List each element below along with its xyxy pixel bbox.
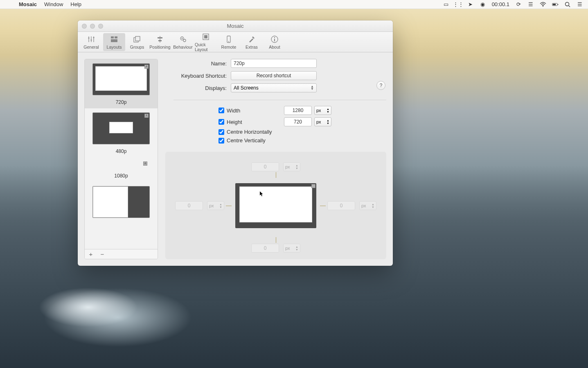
chevron-updown-icon: ▲▼ [311,85,314,90]
centre-h-checkbox-input[interactable] [219,129,224,135]
centre-h-label: Centre Horizontally [227,129,272,135]
preview-screen[interactable] [235,183,316,228]
layout-item-4[interactable] [85,182,158,225]
titlebar[interactable]: Mosaic [78,20,393,32]
add-button[interactable]: + [87,251,95,258]
layout-item-label: 480p [88,148,154,154]
toolbar-quicklayout[interactable]: Quick Layout [195,31,217,54]
toolbar-extras[interactable]: Extras [241,33,263,51]
chevron-updown-icon: ▲▼ [327,108,329,113]
remove-button[interactable]: − [99,251,106,258]
svg-point-0 [543,6,543,7]
grid-icon [110,35,119,44]
svg-rect-12 [111,36,114,38]
centre-h-checkbox[interactable]: Centre Horizontally [219,129,284,135]
margin-top-group: px ▲▼ [251,162,300,171]
layout-item-label: 1080p [88,173,154,179]
dropbox-icon[interactable]: ⋮⋮ [455,1,462,8]
margin-left-unit[interactable]: px ▲▼ [207,201,224,210]
margin-right-field[interactable] [327,201,355,210]
record-icon[interactable]: ◉ [480,1,486,8]
height-unit-select[interactable]: px ▲▼ [314,117,331,126]
layout-thumb [92,186,150,218]
svg-line-5 [569,5,570,7]
svg-point-28 [274,37,275,38]
layout-item-480p[interactable]: A 480p [85,108,158,157]
toolbar-behaviour[interactable]: Behaviour [172,33,194,51]
tools-icon [247,35,256,44]
chevron-updown-icon: ▲▼ [295,245,298,251]
layout-item-1080p[interactable]: A 1080p [85,157,158,182]
layouts-sidebar: A 720p A 480p A 1080p [84,59,158,259]
svg-rect-13 [115,36,117,38]
record-shortcut-button[interactable]: Record shortcut [231,71,317,80]
help-button[interactable]: ? [376,81,385,90]
svg-rect-10 [91,40,92,40]
svg-rect-19 [158,40,162,41]
width-field[interactable] [284,106,312,115]
margin-bottom-field[interactable] [251,244,279,253]
info-icon [270,35,279,44]
chevron-updown-icon: ▲▼ [372,203,374,209]
layout-item-720p[interactable]: A 720p [85,59,158,108]
margin-bottom-unit[interactable]: px ▲▼ [283,244,300,253]
toolbar-groups[interactable]: Groups [126,33,148,51]
apple-icon[interactable] [5,1,11,8]
svg-rect-18 [158,37,162,38]
name-field[interactable] [231,59,317,68]
height-field[interactable] [284,117,312,126]
width-unit-select[interactable]: px ▲▼ [314,106,331,115]
connector-icon [276,172,276,178]
menubar-app-name[interactable]: Mosaic [19,1,37,7]
spotlight-icon[interactable] [564,1,571,8]
centre-v-label: Centre Vertically [227,137,266,144]
name-label: Name: [165,61,227,67]
stack-icon [133,35,142,44]
timemachine-icon[interactable]: ☰ [527,1,534,8]
margin-top-unit[interactable]: px ▲▼ [283,162,300,171]
margin-top-field[interactable] [251,162,279,171]
margin-right-unit[interactable]: px ▲▼ [359,201,376,210]
margin-left-group: px ▲▼ [175,201,224,210]
menubar-help[interactable]: Help [70,1,81,7]
location-icon[interactable]: ➤ [467,1,474,8]
window-title: Mosaic [78,23,393,29]
margin-left-field[interactable] [175,201,203,210]
toolbar-about[interactable]: About [264,33,286,51]
battery-icon[interactable] [552,1,559,8]
menubar-clock[interactable]: 00:00.1 [492,1,509,7]
toolbar-layouts-label: Layouts [107,45,122,49]
toolbar-layouts[interactable]: Layouts [103,33,125,51]
height-checkbox-input[interactable] [219,119,224,125]
menubar-window[interactable]: Window [44,1,63,7]
chevron-updown-icon: ▲▼ [219,203,222,209]
corner-badge-icon: A [144,65,149,69]
width-checkbox[interactable]: Width [219,108,284,114]
corner-badge-icon: A [143,162,147,166]
toolbar-about-label: About [269,45,280,49]
centre-v-checkbox[interactable]: Centre Vertically [219,137,284,144]
sync-icon[interactable]: ⟳ [515,1,522,8]
svg-rect-9 [88,38,90,38]
displays-label: Displays: [165,85,227,91]
toolbar: General Layouts Groups Positioning Behav… [78,32,393,52]
shortcut-label: Keyboard Shortcut: [165,73,227,79]
wifi-icon[interactable] [540,1,546,8]
toolbar-general[interactable]: General [80,33,102,51]
sidebar-footer: + − [85,249,158,259]
width-label: Width [227,108,240,114]
width-checkbox-input[interactable] [219,108,224,113]
preferences-window: Mosaic General Layouts Groups Positionin… [78,20,393,266]
toolbar-remote[interactable]: Remote [218,33,240,51]
centre-v-checkbox-input[interactable] [219,138,224,144]
divider [173,100,386,100]
toolbar-positioning[interactable]: Positioning [149,33,171,51]
toolbar-extras-label: Extras [246,45,258,49]
quicklayout-icon [201,32,210,41]
displays-select[interactable]: All Screens ▲▼ [231,83,317,92]
chevron-updown-icon: ▲▼ [327,119,329,125]
notification-icon[interactable]: ☰ [577,1,583,8]
cursor-icon [259,191,264,197]
display-icon[interactable]: ▭ [443,1,449,8]
height-checkbox[interactable]: Height [219,119,284,125]
